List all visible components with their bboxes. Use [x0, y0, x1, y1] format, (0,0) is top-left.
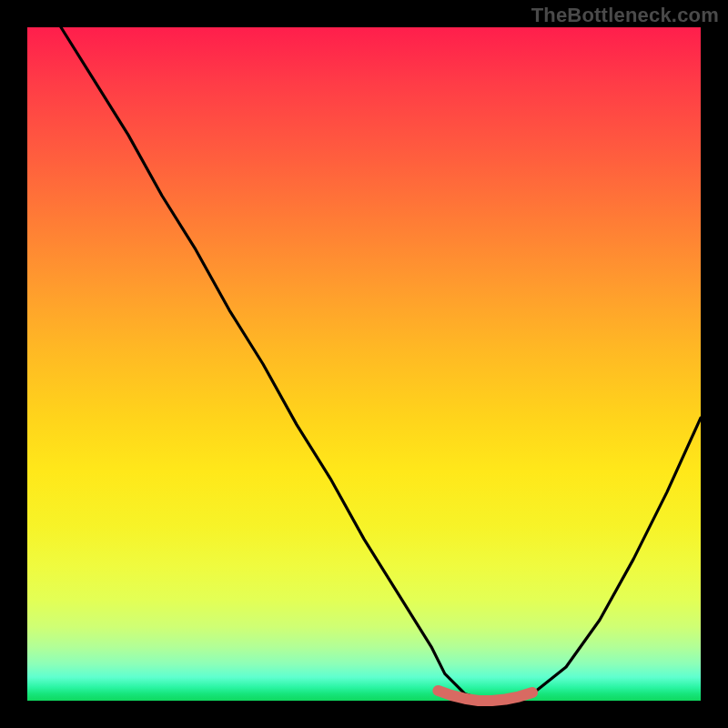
watermark-text: TheBottleneck.com [531, 4, 719, 27]
chart-frame: TheBottleneck.com [0, 0, 728, 728]
chart-plot-area [27, 27, 701, 701]
chart-svg [27, 27, 701, 701]
bottleneck-curve-path [61, 27, 701, 701]
bottleneck-highlight-path [438, 691, 532, 701]
